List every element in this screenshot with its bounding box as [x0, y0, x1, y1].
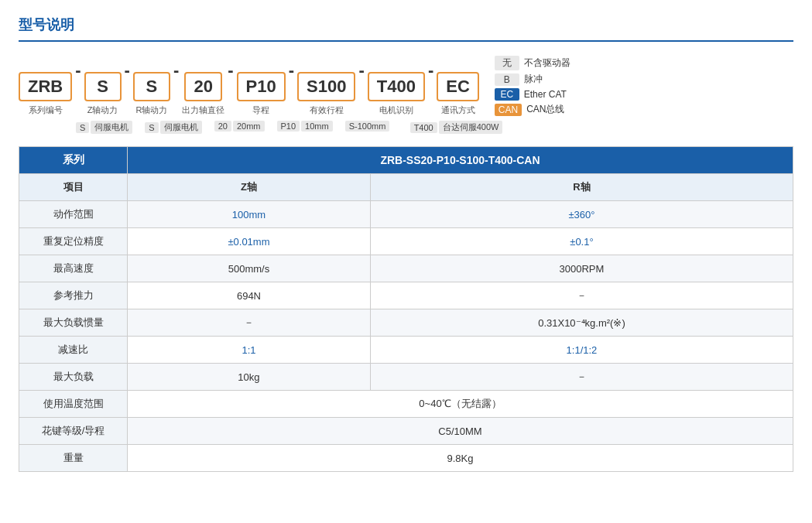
val-guanliang-r: 0.31X10⁻⁴kg.m²(※): [370, 309, 793, 337]
model-item-sz: S Z轴动力: [84, 72, 122, 116]
option-val-wu: 不含驱动器: [524, 56, 570, 70]
tag-sr-val: 伺服电机: [160, 121, 202, 134]
label-guanliang: 最大负载惯量: [19, 309, 128, 337]
table-row: 花键等级/导程 C5/10MM: [19, 418, 793, 445]
tag-20-val: 20mm: [233, 121, 265, 132]
table-row: 使用温度范围 0~40℃（无结露）: [19, 391, 793, 418]
option-val-can: CAN总线: [526, 103, 564, 116]
code-sz: S: [84, 72, 122, 101]
code-20: 20: [184, 72, 221, 101]
option-row-ec: EC Ether CAT: [495, 88, 570, 101]
label-20: 出力轴直径: [182, 104, 224, 116]
desc-p10: P10 10mm: [277, 121, 333, 132]
val-speed-r: 3000RPM: [370, 255, 793, 282]
label-zhongliang: 重量: [19, 445, 128, 472]
val-tuili-r: －: [370, 282, 793, 309]
option-key-b: B: [495, 73, 519, 86]
sub-header-r: R轴: [370, 174, 793, 201]
label-fuzai: 最大负载: [19, 364, 128, 391]
label-t400: 电机识别: [379, 104, 413, 116]
label-wendu: 使用温度范围: [19, 391, 128, 418]
label-jiansubi: 减速比: [19, 337, 128, 364]
table-row: 减速比 1:1 1:1/1:2: [19, 337, 793, 364]
desc-sr: S 伺服电机: [145, 121, 201, 134]
option-row-b: B 脉冲: [495, 73, 570, 86]
val-jiansubi-z: 1:1: [128, 337, 371, 364]
table-row: 最大负载惯量 － 0.31X10⁻⁴kg.m²(※): [19, 309, 793, 337]
model-item-t400: T400 电机识别: [368, 72, 425, 116]
label-s100: 有效行程: [310, 104, 344, 116]
dash-7: -: [425, 56, 437, 80]
dash-6: -: [355, 56, 367, 80]
val-fuzai-z: 10kg: [128, 364, 371, 391]
dash-5: -: [286, 56, 297, 80]
model-item-20: 20 出力轴直径: [182, 72, 224, 116]
option-row-wu: 无 不含驱动器: [495, 56, 570, 70]
desc-20: 20 20mm: [214, 121, 265, 132]
table-row: 最大负载 10kg －: [19, 364, 793, 391]
label-sr: R轴动力: [135, 104, 167, 116]
val-tuili-z: 694N: [128, 282, 371, 309]
label-huajian: 花键等级/导程: [19, 418, 128, 445]
label-ec: 通讯方式: [441, 104, 475, 116]
label-sz: Z轴动力: [87, 104, 118, 116]
val-wendu: 0~40℃（无结露）: [128, 391, 793, 418]
table-row: 重量 9.8Kg: [19, 445, 793, 472]
option-key-can: CAN: [495, 104, 522, 116]
sub-header-row: 项目 Z轴 R轴: [19, 174, 793, 201]
comm-options-panel: 无 不含驱动器 B 脉冲 EC Ether CAT CAN CAN总线: [495, 56, 570, 116]
tag-t400-key: T400: [410, 122, 437, 133]
desc-sz: S 伺服电机: [76, 121, 132, 134]
dash-2: -: [122, 56, 133, 80]
code-p10: P10: [237, 72, 286, 101]
val-speed-z: 500mm/s: [128, 255, 371, 282]
header-series-label: 系列: [19, 147, 128, 174]
tag-p10-key: P10: [277, 121, 300, 132]
table-row: 重复定位精度 ±0.01mm ±0.1°: [19, 228, 793, 255]
model-item-zrb: ZRB 系列编号: [19, 72, 72, 116]
val-guanliang-z: －: [128, 309, 371, 337]
val-jingdu-r: ±0.1°: [370, 228, 793, 255]
tag-p10-val: 10mm: [301, 121, 333, 132]
val-dongzuo-r: ±360°: [370, 201, 793, 228]
option-row-can: CAN CAN总线: [495, 103, 570, 116]
code-ec: EC: [437, 72, 479, 101]
dash-4: -: [224, 56, 236, 80]
sub-header-z: Z轴: [128, 174, 371, 201]
label-dongzuo: 动作范围: [19, 201, 128, 228]
code-zrb: ZRB: [19, 72, 72, 101]
model-item-sr: S R轴动力: [133, 72, 170, 116]
model-item-ec: EC 通讯方式: [437, 72, 479, 116]
val-huajian: C5/10MM: [128, 418, 793, 445]
option-val-b: 脉冲: [524, 73, 543, 86]
desc-s100: S-100mm: [345, 121, 398, 132]
model-descs-row: S 伺服电机 S 伺服电机 20 20mm P10 10mm S-100mm T…: [19, 121, 793, 134]
sub-header-item: 项目: [19, 174, 128, 201]
tag-s100-val: S-100mm: [345, 121, 390, 132]
desc-t400: T400 台达伺服400W: [410, 121, 503, 134]
label-tuili: 参考推力: [19, 282, 128, 309]
code-sr: S: [133, 72, 170, 101]
page-title: 型号说明: [19, 15, 793, 42]
table-header-row: 系列 ZRB-SS20-P10-S100-T400-CAN: [19, 147, 793, 174]
table-row: 最高速度 500mm/s 3000RPM: [19, 255, 793, 282]
val-fuzai-r: －: [370, 364, 793, 391]
dash-3: -: [170, 56, 182, 80]
dash-1: -: [72, 56, 84, 80]
code-s100: S100: [297, 72, 355, 101]
val-zhongliang: 9.8Kg: [128, 445, 793, 472]
label-p10: 导程: [252, 104, 269, 116]
model-section: ZRB 系列编号 - S Z轴动力 - S R轴动力 - 20 出力轴直径 - …: [19, 56, 793, 134]
spec-table: 系列 ZRB-SS20-P10-S100-T400-CAN 项目 Z轴 R轴 动…: [19, 146, 793, 472]
option-val-ec: Ether CAT: [524, 89, 567, 100]
option-key-ec: EC: [495, 88, 519, 101]
code-t400: T400: [368, 72, 425, 101]
table-row: 参考推力 694N －: [19, 282, 793, 309]
tag-20-key: 20: [214, 121, 231, 132]
model-item-p10: P10 导程: [237, 72, 286, 116]
val-jingdu-z: ±0.01mm: [128, 228, 371, 255]
tag-sz-s: S: [76, 122, 89, 133]
tag-sz-val: 伺服电机: [91, 121, 132, 134]
table-row: 动作范围 100mm ±360°: [19, 201, 793, 228]
tag-t400-val: 台达伺服400W: [439, 121, 503, 134]
